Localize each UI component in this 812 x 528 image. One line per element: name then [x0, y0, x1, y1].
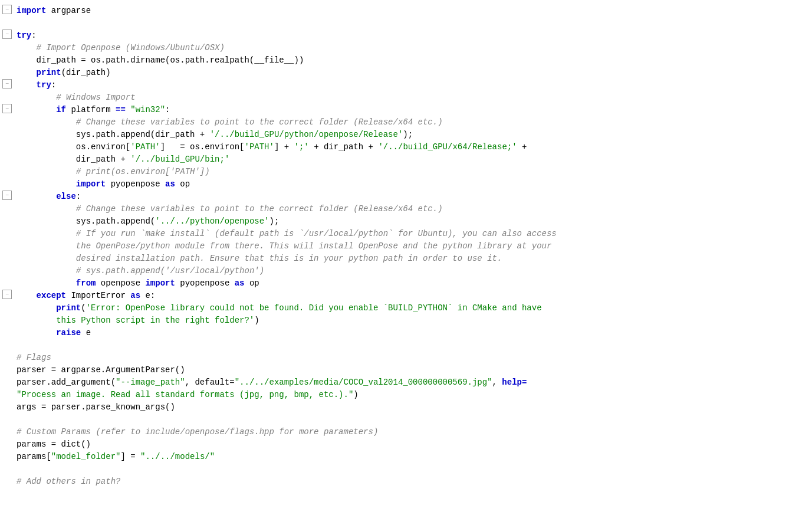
- token: op: [175, 179, 190, 189]
- token: dir_path +: [76, 155, 130, 164]
- token: openpose: [96, 278, 145, 288]
- gutter: −: [0, 5, 17, 14]
- code-text: import pyopenpose as op: [17, 178, 807, 191]
- code-line: from openpose import pyopenpose as op: [0, 277, 812, 290]
- token: 'PATH': [130, 142, 160, 152]
- token: import: [145, 278, 175, 288]
- token: # Windows Import: [56, 93, 135, 102]
- token: )): [294, 55, 304, 65]
- code-line: # Flags: [0, 352, 812, 364]
- code-line: # Windows Import: [0, 91, 812, 104]
- code-text: # Windows Import: [17, 91, 807, 104]
- token: # If you run `make install` (default pat…: [76, 229, 557, 238]
- code-line: import pyopenpose as op: [0, 178, 812, 191]
- fold-button[interactable]: −: [2, 5, 12, 14]
- code-line: desired installation path. Ensure that t…: [0, 252, 812, 265]
- token: # Add others in path?: [17, 477, 120, 486]
- token: e: [81, 328, 91, 337]
- token: "win32": [130, 105, 165, 114]
- token: parser.add_argument(: [17, 378, 116, 387]
- token: , default=: [185, 378, 235, 387]
- token: help=: [502, 378, 527, 387]
- code-text: dir_path + '/../build_GPU/bin;': [17, 153, 807, 166]
- code-line: print(dir_path): [0, 67, 812, 79]
- code-text: sys.path.append(dir_path + '/../build_GP…: [17, 129, 807, 141]
- token: else: [56, 192, 76, 201]
- token: args = parser.parse_known_args(): [17, 402, 175, 412]
- code-text: args = parser.parse_known_args(): [17, 401, 807, 414]
- code-text: parser = argparse.ArgumentParser(): [17, 364, 807, 376]
- gutter: −: [0, 79, 17, 88]
- token: __file__: [254, 55, 294, 65]
- token: import: [76, 179, 106, 189]
- code-line: parser = argparse.ArgumentParser(): [0, 364, 812, 376]
- code-text: dir_path = os.path.dirname(os.path.realp…: [17, 54, 807, 67]
- code-line: [0, 414, 812, 426]
- code-text: # print(os.environ['PATH']): [17, 166, 807, 178]
- gutter: −: [0, 191, 17, 200]
- token: (dir_path): [61, 68, 111, 77]
- code-text: this Python script in the right folder?'…: [17, 314, 807, 327]
- token: "model_folder": [51, 452, 121, 461]
- token: :: [165, 105, 170, 114]
- token: :: [51, 80, 56, 90]
- token: print: [56, 303, 81, 313]
- code-text: os.environ['PATH'] = os.environ['PATH'] …: [17, 141, 807, 153]
- code-line: # Custom Params (refer to include/openpo…: [0, 426, 812, 438]
- code-line: the OpenPose/python module from there. T…: [0, 240, 812, 252]
- code-line: print('Error: OpenPose library could not…: [0, 302, 812, 314]
- code-line: # Change these variables to point to the…: [0, 116, 812, 129]
- token: + dir_path +: [309, 142, 379, 152]
- code-text: else:: [17, 191, 807, 203]
- token: os.environ[: [76, 142, 130, 152]
- token: # Import Openpose (Windows/Ubuntu/OSX): [37, 43, 225, 53]
- token: try: [37, 80, 51, 90]
- token: pyopenpose: [106, 179, 165, 189]
- code-line: − except ImportError as e:: [0, 290, 812, 302]
- code-line: parser.add_argument("--image_path", defa…: [0, 376, 812, 389]
- token: # Flags: [17, 353, 51, 362]
- code-line: args = parser.parse_known_args(): [0, 401, 812, 414]
- fold-button[interactable]: −: [2, 191, 12, 200]
- code-text: raise e: [17, 327, 807, 339]
- token: # sys.path.append('/usr/local/python'): [76, 266, 264, 276]
- fold-button[interactable]: −: [2, 104, 12, 113]
- fold-button[interactable]: −: [2, 29, 12, 39]
- token: ,: [492, 378, 502, 387]
- token: op: [245, 278, 259, 288]
- gutter: −: [0, 290, 17, 299]
- token: # Change these variables to point to the…: [76, 117, 443, 127]
- code-line: this Python script in the right folder?'…: [0, 314, 812, 327]
- code-line: − if platform == "win32":: [0, 104, 812, 116]
- token: the OpenPose/python module from there. T…: [76, 241, 552, 251]
- fold-button[interactable]: −: [2, 79, 12, 88]
- token: ] = os.environ[: [160, 142, 245, 152]
- token: 'Error: OpenPose library could not be fo…: [86, 303, 542, 313]
- code-line: os.environ['PATH'] = os.environ['PATH'] …: [0, 141, 812, 153]
- fold-button[interactable]: −: [2, 290, 12, 299]
- code-text: try:: [17, 29, 807, 42]
- token: ';': [294, 142, 309, 152]
- code-editor: −import argparse−try: # Import Openpose …: [0, 0, 812, 528]
- code-line: # Import Openpose (Windows/Ubuntu/OSX): [0, 42, 812, 54]
- token: if: [56, 105, 66, 114]
- code-text: print(dir_path): [17, 67, 807, 79]
- token: e:: [140, 291, 155, 300]
- token: dir_path = os.path.dirname(os.path.realp…: [37, 55, 255, 65]
- code-line: # Change these variables to point to the…: [0, 203, 812, 215]
- token: as: [130, 291, 140, 300]
- code-text: "Process an image. Read all standard for…: [17, 389, 807, 401]
- code-line: "Process an image. Read all standard for…: [0, 389, 812, 401]
- token: ] +: [274, 142, 294, 152]
- token: '/../build_GPU/python/openpose/Release': [210, 130, 403, 139]
- code-text: # Custom Params (refer to include/openpo…: [17, 426, 807, 438]
- token: "../../models/": [140, 452, 215, 461]
- code-text: except ImportError as e:: [17, 290, 807, 302]
- token: ): [353, 390, 358, 399]
- code-line: −try:: [0, 29, 812, 42]
- gutter: −: [0, 29, 17, 39]
- code-text: # Change these variables to point to the…: [17, 203, 807, 215]
- code-line: sys.path.append(dir_path + '/../build_GP…: [0, 129, 812, 141]
- code-text: params = dict(): [17, 438, 807, 451]
- code-line: −import argparse: [0, 5, 812, 17]
